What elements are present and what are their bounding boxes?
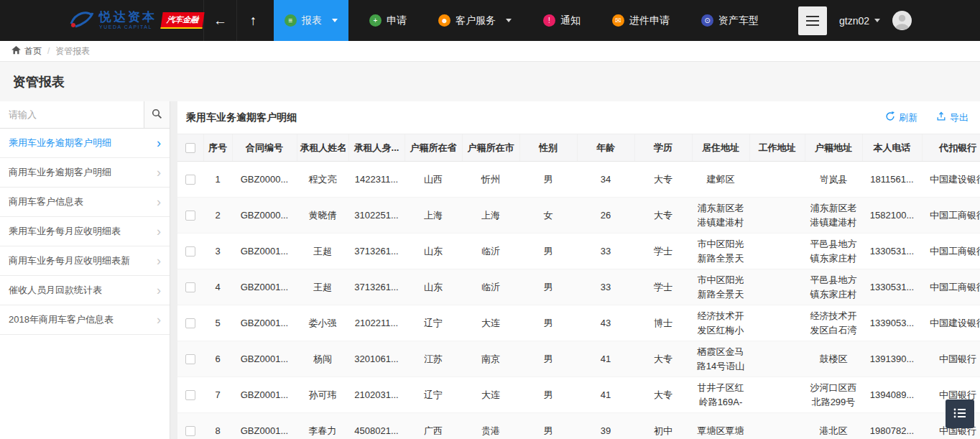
cell-registered-address: 岢岚县: [805, 162, 862, 198]
row-checkbox[interactable]: [185, 282, 195, 292]
row-checkbox[interactable]: [185, 318, 195, 328]
cell-province: 江苏: [405, 341, 462, 377]
row-checkbox[interactable]: [185, 390, 195, 400]
table-row: 5 GBZ0001... 娄小强 2102211... 辽宁 大连 男 43 博…: [177, 305, 980, 341]
table-row: 3 GBZ0001... 王超 3713261... 山东 临沂 男 33 学士…: [177, 234, 980, 269]
cell-seq: 5: [203, 305, 232, 341]
chevron-right-icon: [157, 225, 161, 238]
cell-registered-address: 浦东新区老港镇建港村: [805, 198, 862, 234]
cell-id: 1422311...: [348, 162, 405, 198]
sidebar-item[interactable]: 商用车业务逾期客户明细: [0, 158, 170, 188]
report-sidebar: 乘用车业务逾期客户明细 商用车业务逾期客户明细 商用车客户信息表 乘用车业务每月…: [0, 101, 170, 439]
top-navbar: 悦达资本 YUEDA CAPITAL 汽车金融 ← ↑ ≡ 报表 + 申请 ☻ …: [0, 0, 980, 41]
cell-education: 大专: [634, 162, 692, 198]
row-checkbox[interactable]: [185, 175, 195, 185]
breadcrumb-home[interactable]: 首页: [11, 45, 42, 57]
cell-age: 26: [577, 198, 634, 234]
nav-item-icon: +: [369, 14, 382, 27]
select-all-checkbox[interactable]: [185, 143, 195, 153]
export-button[interactable]: 导出: [936, 111, 969, 124]
sidebar-item[interactable]: 2018年商用车客户信息表: [0, 305, 170, 335]
nav-item[interactable]: ⊙ 资产车型: [690, 0, 769, 41]
back-button[interactable]: ←: [203, 0, 236, 41]
nav-item[interactable]: ✉ 进件申请: [601, 0, 680, 41]
row-checkbox[interactable]: [185, 426, 195, 436]
cell-contract: GBZ0000...: [232, 162, 297, 198]
nav-item[interactable]: + 申请: [359, 0, 417, 41]
cell-gender: 男: [519, 305, 577, 341]
cell-bank: 中国工商银行: [922, 198, 980, 234]
cell-phone: 1811561...: [862, 162, 922, 198]
cell-work-address: [749, 198, 805, 234]
logo-subtitle: YUEDA CAPITAL: [99, 24, 157, 30]
table-row: 1 GBZ0000... 程文亮 1422311... 山西 忻州 男 34 大…: [177, 162, 980, 198]
cell-bank: 中国工商银行: [922, 269, 980, 305]
cell-work-address: [749, 269, 805, 305]
cell-home-address: 甘井子区红岭路169A-: [692, 377, 749, 413]
cell-id: 3102251...: [348, 198, 405, 234]
nav-item[interactable]: ≡ 报表: [274, 0, 348, 41]
table-row: 8 GBZ0001... 李春力 4508021... 广西 贵港 男 39 初…: [177, 413, 980, 439]
page-title-band: 资管报表: [0, 62, 980, 101]
auto-finance-badge: 汽车金融: [160, 12, 204, 29]
cell-contract: GBZ0001...: [232, 234, 297, 269]
sidebar-item-label: 商用车客户信息表: [9, 195, 83, 208]
cell-education: 大专: [634, 198, 692, 234]
cell-province: 山西: [405, 162, 462, 198]
report-title: 乘用车业务逾期客户明细: [186, 111, 297, 124]
page-title: 资管报表: [13, 73, 65, 91]
chevron-down-icon: [332, 19, 338, 22]
sidebar-item[interactable]: 商用车客户信息表: [0, 188, 170, 217]
report-table-wrap: 序号 合同编号 承租人姓名 承租人身... 户籍所在省 户籍所在市 性别 年龄 …: [177, 134, 980, 439]
cell-province: 山东: [405, 234, 462, 269]
cell-province: 山东: [405, 269, 462, 305]
report-actions: 刷新 导出: [885, 111, 969, 124]
cell-age: 43: [577, 305, 634, 341]
cell-city: 上海: [462, 198, 519, 234]
nav-item[interactable]: ☻ 客户服务: [427, 0, 522, 41]
search-button[interactable]: [144, 101, 170, 128]
cell-gender: 男: [519, 162, 577, 198]
sidebar-item[interactable]: 商用车业务每月应收明细表新: [0, 246, 170, 276]
content: 乘用车业务逾期客户明细 商用车业务逾期客户明细 商用车客户信息表 乘用车业务每月…: [0, 101, 980, 439]
user-menu[interactable]: gtzn02: [839, 15, 880, 27]
refresh-button[interactable]: 刷新: [885, 111, 917, 124]
column-header-province: 户籍所在省: [405, 134, 462, 162]
cell-id: 4508021...: [348, 413, 405, 439]
cell-name: 娄小强: [297, 305, 348, 341]
nav-item[interactable]: ! 通知: [532, 0, 591, 41]
menu-toggle-button[interactable]: [798, 6, 827, 35]
avatar[interactable]: [892, 11, 912, 30]
column-header-work-address: 工作地址: [749, 134, 805, 162]
cell-education: 博士: [634, 305, 692, 341]
cell-city: 大连: [462, 305, 519, 341]
cell-home-address: 浦东新区老港镇建港村: [692, 198, 749, 234]
search-input[interactable]: [0, 101, 144, 128]
cell-city: 南京: [462, 341, 519, 377]
row-checkbox[interactable]: [185, 211, 195, 221]
cell-age: 41: [577, 341, 634, 377]
nav-item-label: 通知: [560, 14, 581, 27]
nav-item-label: 进件申请: [629, 14, 670, 27]
row-checkbox[interactable]: [185, 354, 195, 364]
cell-id: 3713261...: [348, 269, 405, 305]
column-header-bank: 代扣银行: [922, 134, 980, 162]
breadcrumb-current: 资管报表: [55, 45, 90, 57]
sidebar-item[interactable]: 乘用车业务逾期客户明细: [0, 129, 170, 158]
cell-home-address: 建邺区: [692, 162, 749, 198]
up-button[interactable]: ↑: [236, 0, 269, 41]
cell-work-address: [749, 377, 805, 413]
cell-phone: 1980782...: [862, 413, 922, 439]
cell-home-address: 栖霞区金马路14号语山: [692, 341, 749, 377]
cell-phone: 1330531...: [862, 234, 922, 269]
table-settings-button[interactable]: [946, 399, 974, 428]
sidebar-item[interactable]: 催收人员月回款统计表: [0, 276, 170, 305]
cell-bank: 中国建设银行: [922, 305, 980, 341]
sidebar-item[interactable]: 乘用车业务每月应收明细表: [0, 217, 170, 246]
cell-registered-address: 沙河口区西北路299号: [805, 377, 862, 413]
cell-name: 孙可玮: [297, 377, 348, 413]
column-header-contract: 合同编号: [232, 134, 297, 162]
list-icon: [953, 406, 967, 422]
row-checkbox[interactable]: [185, 246, 195, 257]
cell-phone: 1391390...: [862, 341, 922, 377]
